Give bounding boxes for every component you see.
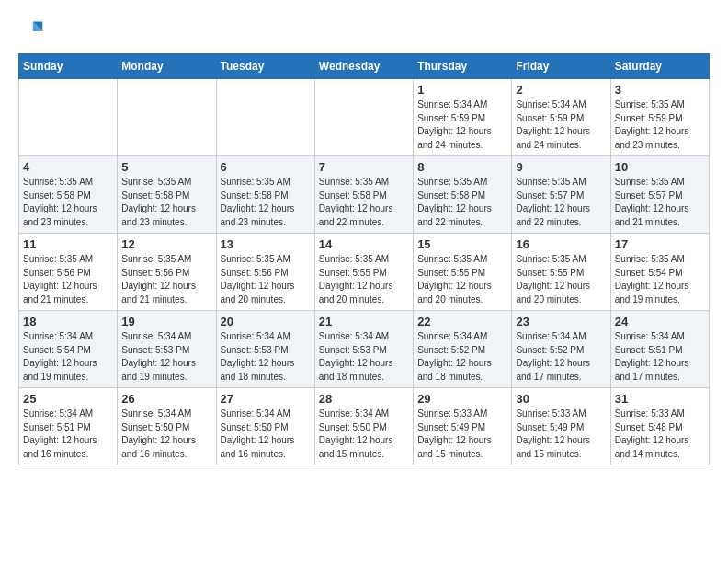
- day-number: 10: [615, 160, 705, 174]
- day-number: 22: [417, 315, 507, 328]
- day-info: Sunrise: 5:35 AMSunset: 5:58 PMDaylight:…: [319, 176, 409, 229]
- day-info: Sunrise: 5:35 AMSunset: 5:58 PMDaylight:…: [121, 176, 211, 229]
- day-number: 20: [221, 315, 311, 328]
- calendar-cell: [314, 79, 413, 156]
- day-number: 28: [319, 392, 409, 406]
- day-number: 15: [417, 237, 507, 251]
- day-number: 2: [516, 83, 606, 97]
- day-info: Sunrise: 5:34 AMSunset: 5:53 PMDaylight:…: [121, 330, 211, 384]
- day-header-monday: Monday: [118, 54, 216, 79]
- day-info: Sunrise: 5:34 AMSunset: 5:52 PMDaylight:…: [516, 330, 606, 384]
- day-info: Sunrise: 5:34 AMSunset: 5:59 PMDaylight:…: [516, 98, 606, 152]
- day-number: 30: [516, 392, 606, 406]
- day-number: 6: [221, 160, 311, 174]
- calendar-cell: 9Sunrise: 5:35 AMSunset: 5:57 PMDaylight…: [512, 156, 610, 234]
- day-header-wednesday: Wednesday: [314, 54, 413, 79]
- day-number: 9: [516, 160, 606, 174]
- day-number: 21: [319, 315, 409, 328]
- day-info: Sunrise: 5:35 AMSunset: 5:57 PMDaylight:…: [615, 176, 705, 229]
- calendar-cell: 31Sunrise: 5:33 AMSunset: 5:48 PMDayligh…: [610, 388, 709, 465]
- calendar-cell: 19Sunrise: 5:34 AMSunset: 5:53 PMDayligh…: [118, 311, 216, 388]
- calendar-cell: 16Sunrise: 5:35 AMSunset: 5:55 PMDayligh…: [512, 234, 610, 311]
- day-number: 5: [121, 160, 211, 174]
- calendar-cell: 6Sunrise: 5:35 AMSunset: 5:58 PMDaylight…: [216, 156, 314, 234]
- calendar-cell: 21Sunrise: 5:34 AMSunset: 5:53 PMDayligh…: [314, 311, 413, 388]
- calendar-cell: 28Sunrise: 5:34 AMSunset: 5:50 PMDayligh…: [314, 388, 413, 465]
- week-row-5: 25Sunrise: 5:34 AMSunset: 5:51 PMDayligh…: [19, 388, 710, 465]
- day-header-tuesday: Tuesday: [216, 54, 314, 79]
- calendar-cell: 23Sunrise: 5:34 AMSunset: 5:52 PMDayligh…: [512, 311, 610, 388]
- calendar-cell: 20Sunrise: 5:34 AMSunset: 5:53 PMDayligh…: [216, 311, 314, 388]
- day-info: Sunrise: 5:34 AMSunset: 5:51 PMDaylight:…: [23, 408, 113, 461]
- calendar-body: 1Sunrise: 5:34 AMSunset: 5:59 PMDaylight…: [19, 79, 710, 465]
- calendar-cell: [216, 79, 314, 156]
- calendar-cell: 2Sunrise: 5:34 AMSunset: 5:59 PMDaylight…: [512, 79, 610, 156]
- day-number: 23: [516, 315, 606, 328]
- day-info: Sunrise: 5:35 AMSunset: 5:54 PMDaylight:…: [615, 253, 705, 306]
- day-info: Sunrise: 5:35 AMSunset: 5:55 PMDaylight:…: [319, 253, 409, 306]
- day-header-sunday: Sunday: [19, 54, 118, 79]
- calendar-cell: 12Sunrise: 5:35 AMSunset: 5:56 PMDayligh…: [118, 234, 216, 311]
- day-info: Sunrise: 5:33 AMSunset: 5:49 PMDaylight:…: [417, 408, 507, 461]
- day-number: 4: [23, 160, 113, 174]
- calendar-cell: 13Sunrise: 5:35 AMSunset: 5:56 PMDayligh…: [216, 234, 314, 311]
- day-info: Sunrise: 5:34 AMSunset: 5:52 PMDaylight:…: [417, 330, 507, 384]
- calendar-cell: 24Sunrise: 5:34 AMSunset: 5:51 PMDayligh…: [610, 311, 709, 388]
- calendar-cell: [19, 79, 118, 156]
- day-info: Sunrise: 5:33 AMSunset: 5:49 PMDaylight:…: [516, 408, 606, 461]
- calendar-cell: 4Sunrise: 5:35 AMSunset: 5:58 PMDaylight…: [19, 156, 118, 234]
- day-info: Sunrise: 5:35 AMSunset: 5:58 PMDaylight:…: [23, 176, 113, 229]
- week-row-1: 1Sunrise: 5:34 AMSunset: 5:59 PMDaylight…: [19, 79, 710, 156]
- day-header-friday: Friday: [512, 54, 610, 79]
- day-number: 3: [615, 83, 705, 97]
- calendar-cell: 26Sunrise: 5:34 AMSunset: 5:50 PMDayligh…: [118, 388, 216, 465]
- day-number: 25: [23, 392, 113, 406]
- logo: [18, 18, 48, 44]
- day-number: 29: [417, 392, 507, 406]
- day-number: 18: [23, 315, 113, 328]
- day-info: Sunrise: 5:33 AMSunset: 5:48 PMDaylight:…: [615, 408, 705, 461]
- calendar-cell: 18Sunrise: 5:34 AMSunset: 5:54 PMDayligh…: [19, 311, 118, 388]
- calendar-cell: 25Sunrise: 5:34 AMSunset: 5:51 PMDayligh…: [19, 388, 118, 465]
- header: [18, 18, 710, 44]
- calendar-cell: 14Sunrise: 5:35 AMSunset: 5:55 PMDayligh…: [314, 234, 413, 311]
- day-number: 11: [23, 237, 113, 251]
- calendar-cell: 5Sunrise: 5:35 AMSunset: 5:58 PMDaylight…: [118, 156, 216, 234]
- calendar-cell: [118, 79, 216, 156]
- day-number: 13: [221, 237, 311, 251]
- day-info: Sunrise: 5:35 AMSunset: 5:57 PMDaylight:…: [516, 176, 606, 229]
- day-number: 8: [417, 160, 507, 174]
- day-info: Sunrise: 5:35 AMSunset: 5:55 PMDaylight:…: [417, 253, 507, 306]
- day-number: 27: [221, 392, 311, 406]
- calendar-cell: 11Sunrise: 5:35 AMSunset: 5:56 PMDayligh…: [19, 234, 118, 311]
- day-info: Sunrise: 5:34 AMSunset: 5:50 PMDaylight:…: [221, 408, 311, 461]
- day-number: 12: [121, 237, 211, 251]
- day-number: 7: [319, 160, 409, 174]
- calendar-cell: 8Sunrise: 5:35 AMSunset: 5:58 PMDaylight…: [414, 156, 512, 234]
- day-info: Sunrise: 5:34 AMSunset: 5:50 PMDaylight:…: [121, 408, 211, 461]
- day-info: Sunrise: 5:35 AMSunset: 5:56 PMDaylight:…: [23, 253, 113, 306]
- day-number: 24: [615, 315, 705, 328]
- calendar-cell: 17Sunrise: 5:35 AMSunset: 5:54 PMDayligh…: [610, 234, 709, 311]
- week-row-2: 4Sunrise: 5:35 AMSunset: 5:58 PMDaylight…: [19, 156, 710, 234]
- day-header-thursday: Thursday: [414, 54, 512, 79]
- day-number: 17: [615, 237, 705, 251]
- day-number: 31: [615, 392, 705, 406]
- calendar-cell: 3Sunrise: 5:35 AMSunset: 5:59 PMDaylight…: [610, 79, 709, 156]
- day-info: Sunrise: 5:35 AMSunset: 5:59 PMDaylight:…: [615, 98, 705, 152]
- day-number: 26: [121, 392, 211, 406]
- day-info: Sunrise: 5:35 AMSunset: 5:58 PMDaylight:…: [417, 176, 507, 229]
- day-info: Sunrise: 5:35 AMSunset: 5:56 PMDaylight:…: [221, 253, 311, 306]
- calendar-cell: 1Sunrise: 5:34 AMSunset: 5:59 PMDaylight…: [414, 79, 512, 156]
- day-header-saturday: Saturday: [610, 54, 709, 79]
- day-info: Sunrise: 5:34 AMSunset: 5:53 PMDaylight:…: [221, 330, 311, 384]
- calendar-cell: 15Sunrise: 5:35 AMSunset: 5:55 PMDayligh…: [414, 234, 512, 311]
- calendar-cell: 7Sunrise: 5:35 AMSunset: 5:58 PMDaylight…: [314, 156, 413, 234]
- day-info: Sunrise: 5:35 AMSunset: 5:55 PMDaylight:…: [516, 253, 606, 306]
- day-info: Sunrise: 5:34 AMSunset: 5:53 PMDaylight:…: [319, 330, 409, 384]
- calendar-cell: 22Sunrise: 5:34 AMSunset: 5:52 PMDayligh…: [414, 311, 512, 388]
- week-row-4: 18Sunrise: 5:34 AMSunset: 5:54 PMDayligh…: [19, 311, 710, 388]
- calendar-cell: 10Sunrise: 5:35 AMSunset: 5:57 PMDayligh…: [610, 156, 709, 234]
- calendar-cell: 29Sunrise: 5:33 AMSunset: 5:49 PMDayligh…: [414, 388, 512, 465]
- day-info: Sunrise: 5:35 AMSunset: 5:58 PMDaylight:…: [221, 176, 311, 229]
